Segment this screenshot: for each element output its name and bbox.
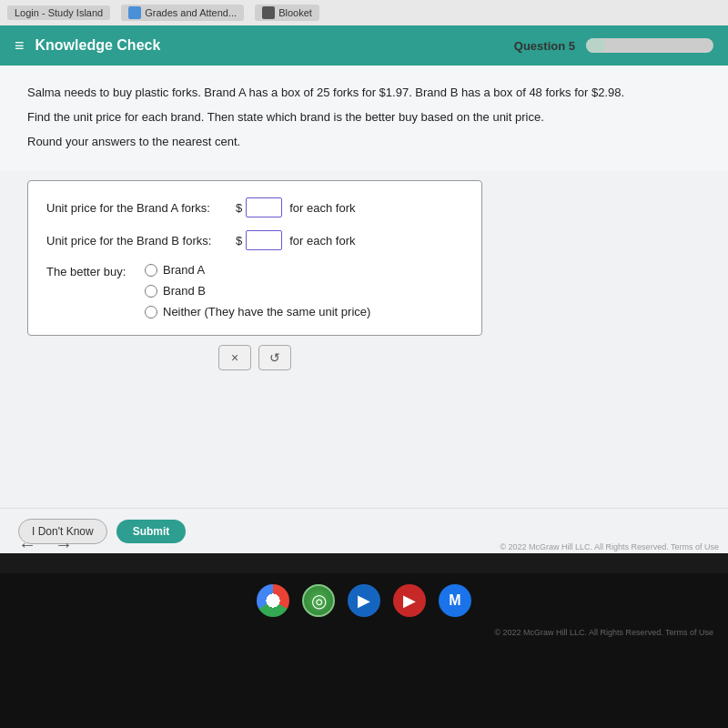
taskbar: ◎ ▶ ▶ M © 2022 McGraw Hill LLC. All Righ… — [0, 573, 728, 728]
green-circle-icon[interactable]: ◎ — [302, 584, 335, 617]
radio-brand-a[interactable] — [145, 264, 157, 277]
nav-title: Knowledge Check — [35, 37, 161, 54]
brand-a-price-input[interactable] — [246, 197, 282, 217]
reset-button[interactable]: ↺ — [258, 345, 291, 370]
radio-options: Brand A Brand B Neither (They have the s… — [145, 263, 370, 318]
radio-option-brand-b[interactable]: Brand B — [145, 284, 370, 298]
brand-a-row: Unit price for the Brand A forks: $ for … — [46, 197, 463, 217]
taskbar-icons: ◎ ▶ ▶ M — [0, 573, 728, 624]
hamburger-icon[interactable]: ≡ — [15, 36, 25, 56]
progress-bar-container — [586, 38, 713, 53]
tab-blooket[interactable]: Blooket — [255, 5, 319, 21]
brand-a-unit-text: for each fork — [289, 201, 355, 215]
radio-neither[interactable] — [145, 306, 157, 318]
question-text-line3: Round your answers to the nearest cent. — [27, 133, 701, 152]
nav-right: Question 5 — [514, 38, 713, 53]
nav-arrows: ← → — [18, 534, 73, 555]
brand-b-price-input[interactable] — [246, 230, 282, 250]
radio-brand-b[interactable] — [145, 285, 157, 298]
radio-brand-a-label: Brand A — [163, 263, 205, 277]
nav-bar: ≡ Knowledge Check Question 5 — [0, 25, 728, 66]
tab-grades-label: Grades and Attend... — [145, 7, 237, 18]
tab-study-island[interactable]: Login - Study Island — [7, 5, 110, 20]
radio-option-brand-a[interactable]: Brand A — [145, 263, 370, 277]
radio-option-neither[interactable]: Neither (They have the same unit price) — [145, 305, 370, 318]
copyright-text: © 2022 McGraw Hill LLC. All Rights Reser… — [500, 542, 719, 551]
better-buy-row: The better buy: Brand A Brand B Neither … — [46, 263, 463, 318]
brand-b-unit-text: for each fork — [289, 234, 355, 248]
back-arrow[interactable]: ← — [18, 534, 36, 555]
taskbar-copyright: © 2022 McGraw Hill LLC. All Rights Reser… — [494, 628, 713, 637]
tab-blooket-label: Blooket — [278, 7, 312, 18]
action-buttons: × ↺ — [27, 345, 482, 370]
grades-icon — [128, 6, 141, 19]
answer-box: Unit price for the Brand A forks: $ for … — [27, 180, 482, 336]
radio-neither-label: Neither (They have the same unit price) — [163, 305, 370, 318]
brand-b-label: Unit price for the Brand B forks: — [46, 234, 228, 248]
radio-brand-b-label: Brand B — [163, 284, 206, 298]
main-content: ≡ Knowledge Check Question 5 Salma needs… — [0, 25, 728, 553]
brand-a-dollar-sign: $ — [236, 201, 242, 215]
taskbar-footer: © 2022 McGraw Hill LLC. All Rights Reser… — [0, 624, 728, 641]
brand-a-input-group: $ — [236, 197, 282, 217]
submit-button[interactable]: Submit — [116, 520, 187, 543]
play-icon[interactable]: ▶ — [348, 584, 380, 617]
chrome-icon[interactable] — [257, 584, 289, 617]
question-number: Question 5 — [514, 39, 575, 53]
tab-grades[interactable]: Grades and Attend... — [121, 5, 244, 21]
forward-arrow[interactable]: → — [55, 534, 73, 555]
brand-b-dollar-sign: $ — [236, 234, 242, 248]
youtube-icon[interactable]: ▶ — [393, 584, 426, 617]
tab-study-island-label: Login - Study Island — [15, 7, 103, 18]
brand-b-input-group: $ — [236, 230, 282, 250]
question-area: Salma needs to buy plastic forks. Brand … — [0, 66, 728, 171]
question-text-line2: Find the unit price for each brand. Then… — [27, 108, 701, 127]
blooket-icon — [262, 6, 275, 19]
brand-a-label: Unit price for the Brand A forks: — [46, 201, 228, 215]
meet-icon[interactable]: M — [439, 584, 471, 617]
brand-b-row: Unit price for the Brand B forks: $ for … — [46, 230, 463, 250]
clear-button[interactable]: × — [218, 345, 251, 370]
better-buy-label: The better buy: — [46, 263, 137, 278]
progress-bar-fill — [586, 38, 605, 53]
question-text-line1: Salma needs to buy plastic forks. Brand … — [27, 84, 701, 103]
tab-bar: Login - Study Island Grades and Attend..… — [0, 0, 728, 25]
